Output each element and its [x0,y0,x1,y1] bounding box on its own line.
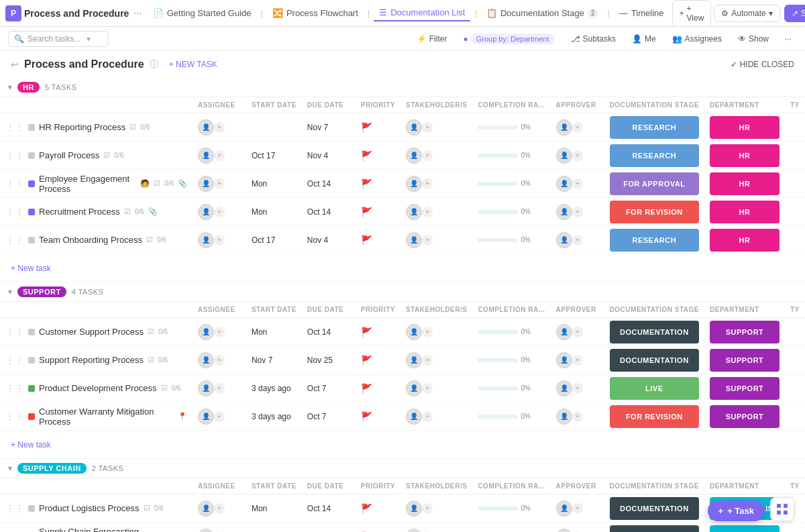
drag-handle[interactable]: ⋮⋮ [5,150,24,161]
tab-process-flowchart[interactable]: 🔀 Process Flowchart [267,5,364,21]
assignees-button[interactable]: 👥 Assignees [667,32,727,46]
start-date-cell[interactable]: Nov 7 [246,346,302,374]
subtasks-button[interactable]: ⎇ Subtasks [566,32,621,46]
dept-badge[interactable]: HR [710,201,780,223]
priority-cell[interactable]: 🚩 [356,403,400,431]
stage-badge[interactable]: RESEARCH [610,144,699,167]
due-date-cell[interactable]: Oct 7 [302,374,356,403]
more-button[interactable]: ··· [780,32,797,46]
priority-cell[interactable]: 🚩 [356,170,400,198]
drag-handle[interactable]: ⋮⋮ [5,122,24,133]
approver-avatar[interactable]: 👤 [556,232,572,248]
stakeholder-avatar[interactable]: 👤 [406,529,422,533]
stakeholder-avatar[interactable]: 👤 [406,148,422,164]
priority-cell[interactable]: 🚩 [356,198,400,226]
avatar[interactable]: 👤 [198,176,214,192]
me-button[interactable]: 👤 Me [627,32,661,46]
approver-avatar[interactable]: 👤 [556,500,572,517]
collapse-icon[interactable]: ↩ [11,59,19,70]
drag-handle[interactable]: ⋮⋮ [5,383,24,394]
avatar[interactable]: 👤 [198,409,214,425]
start-date-cell[interactable]: 3 days ago [246,403,302,431]
tab-timeline[interactable]: — Timeline [614,5,669,21]
dept-badge[interactable]: SUPPORT [710,321,780,343]
due-date-cell[interactable]: Nov 4 [302,142,356,170]
drag-handle[interactable]: ⋮⋮ [5,178,24,189]
start-date-cell[interactable]: Mon [246,494,302,523]
stage-badge[interactable]: DOCUMENTATION [610,349,699,372]
dept-badge[interactable]: SUPPORT [710,349,780,372]
add-stakeholder[interactable]: + [422,178,433,189]
add-approver[interactable]: + [572,355,583,366]
due-date-cell[interactable]: Nov 25 [302,346,356,374]
task-name[interactable]: Team Onboarding Process [39,235,142,245]
stakeholder-avatar[interactable]: 👤 [406,352,422,368]
share-button[interactable]: ↗ Share [784,5,805,22]
search-box[interactable]: 🔍 Search tasks... ▾ [8,31,109,47]
avatar[interactable]: 👤 [198,232,214,248]
due-date-cell[interactable]: Oct 7 [302,403,356,431]
approver-avatar[interactable]: 👤 [556,324,572,340]
add-stakeholder[interactable]: + [422,411,433,422]
group-supply-chain-toggle[interactable]: ▾ [8,464,12,473]
task-name[interactable]: Customer Warranty Mitigation Process [39,407,174,427]
tab-documentation-stage[interactable]: 📋 Documentation Stage 2 [481,5,604,21]
task-name[interactable]: Customer Support Process [39,327,144,337]
avatar[interactable]: 👤 [198,500,214,517]
stakeholder-avatar[interactable]: 👤 [406,380,422,396]
group-hr-toggle[interactable]: ▾ [8,83,12,92]
add-stakeholder[interactable]: + [422,207,433,217]
add-assignee[interactable]: + [214,122,225,133]
avatar[interactable]: 👤 [198,204,214,220]
floating-apps-button[interactable] [770,497,794,521]
start-date-cell[interactable]: Mon [246,198,302,226]
add-stakeholder[interactable]: + [422,122,433,133]
stage-badge[interactable]: DOCUMENTATION [610,525,699,533]
add-stakeholder[interactable]: + [422,503,433,514]
approver-avatar[interactable]: 👤 [556,148,572,164]
add-assignee[interactable]: + [214,150,225,161]
drag-handle[interactable]: ⋮⋮ [5,327,24,337]
add-assignee[interactable]: + [214,178,225,189]
drag-handle[interactable]: ⋮⋮ [5,411,24,422]
info-icon[interactable]: ⓘ [150,58,158,70]
show-button[interactable]: 👁 Show [733,32,774,46]
add-approver[interactable]: + [572,411,583,422]
start-date-cell[interactable]: 3 days ago [246,523,302,533]
stage-badge[interactable]: DOCUMENTATION [610,497,699,520]
start-date-cell[interactable]: Mon [246,318,302,346]
task-name[interactable]: Payroll Process [39,150,99,160]
drag-handle[interactable]: ⋮⋮ [5,503,24,514]
dept-badge[interactable]: HR [710,144,780,167]
dept-badge[interactable]: HR [710,229,780,252]
task-name[interactable]: Supply Chain Forecasting Process [39,527,140,533]
stakeholder-avatar[interactable]: 👤 [406,119,422,136]
approver-avatar[interactable]: 👤 [556,409,572,425]
stakeholder-avatar[interactable]: 👤 [406,204,422,220]
group-support-toggle[interactable]: ▾ [8,287,12,297]
automate-button[interactable]: ⚙ Automate ▾ [714,5,780,22]
priority-cell[interactable]: 🚩 [356,494,400,523]
new-task-label[interactable]: + New task [11,440,51,449]
due-date-cell[interactable]: Oct 7 [302,523,356,533]
approver-avatar[interactable]: 👤 [556,176,572,192]
approver-avatar[interactable]: 👤 [556,352,572,368]
start-date-cell[interactable]: Oct 17 [246,142,302,170]
stakeholder-avatar[interactable]: 👤 [406,324,422,340]
add-approver[interactable]: + [572,503,583,514]
add-stakeholder[interactable]: + [422,235,433,246]
dept-badge[interactable]: SUPPORT [710,377,780,400]
task-name[interactable]: Support Reporting Process [39,355,144,365]
priority-cell[interactable]: 🚩 [356,113,400,142]
due-date-cell[interactable]: Oct 14 [302,494,356,523]
start-date-cell[interactable] [246,113,302,142]
priority-cell[interactable]: 🚩 [356,374,400,403]
add-assignee[interactable]: + [214,383,225,394]
avatar[interactable]: 👤 [198,352,214,368]
due-date-cell[interactable]: Nov 7 [302,113,356,142]
dept-badge[interactable]: HR [710,116,780,139]
add-approver[interactable]: + [572,122,583,133]
stakeholder-avatar[interactable]: 👤 [406,409,422,425]
approver-avatar[interactable]: 👤 [556,204,572,220]
task-name[interactable]: Recruitment Process [39,207,120,217]
